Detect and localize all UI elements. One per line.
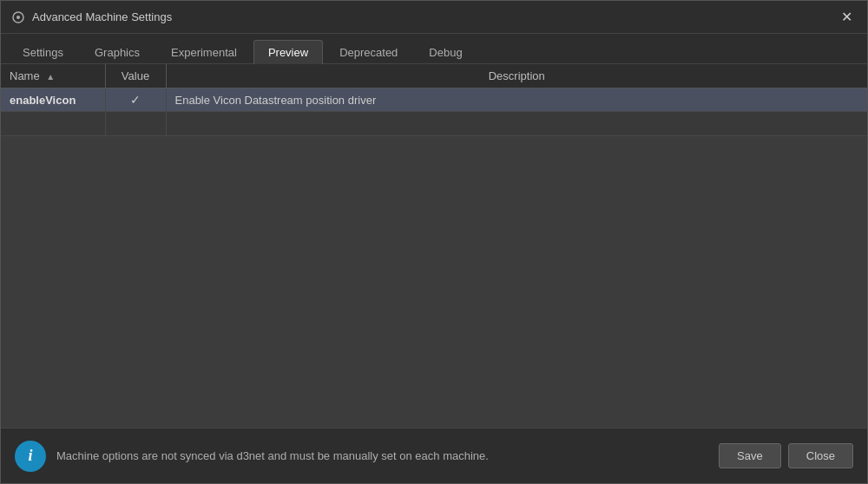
close-window-button[interactable]: ✕: [836, 7, 857, 28]
title-bar-left: Advanced Machine Settings: [11, 10, 172, 24]
empty-cell-value: [105, 112, 166, 136]
footer-buttons: Save Close: [719, 443, 853, 468]
save-button[interactable]: Save: [719, 443, 781, 468]
empty-cell-description: [166, 112, 867, 136]
column-header-description[interactable]: Description: [166, 64, 867, 88]
column-header-value[interactable]: Value: [105, 64, 166, 88]
settings-table: Name ▲ Value Description enableVicon ✓ E…: [1, 64, 867, 136]
window-title: Advanced Machine Settings: [32, 10, 172, 23]
footer-message: Machine options are not synced via d3net…: [56, 449, 489, 462]
checkbox-checked-icon: ✓: [130, 93, 141, 107]
title-bar: Advanced Machine Settings ✕: [1, 1, 867, 34]
tab-graphics[interactable]: Graphics: [80, 40, 155, 64]
table-header-row: Name ▲ Value Description: [1, 64, 867, 88]
footer: i Machine options are not synced via d3n…: [1, 428, 867, 483]
window-icon: [11, 10, 25, 24]
info-icon: i: [15, 441, 46, 472]
sort-icon: ▲: [46, 72, 55, 82]
table-container: Name ▲ Value Description enableVicon ✓ E…: [1, 64, 867, 428]
column-header-name[interactable]: Name ▲: [1, 64, 105, 88]
tab-preview[interactable]: Preview: [253, 40, 323, 64]
footer-left: i Machine options are not synced via d3n…: [15, 441, 489, 472]
close-button[interactable]: Close: [788, 443, 853, 468]
content-area: Name ▲ Value Description enableVicon ✓ E…: [1, 64, 867, 428]
tab-debug[interactable]: Debug: [414, 40, 477, 64]
cell-description: Enable Vicon Datastream position driver: [166, 88, 867, 112]
empty-cell-name: [1, 112, 105, 136]
cell-name: enableVicon: [1, 88, 105, 112]
tab-deprecated[interactable]: Deprecated: [325, 40, 412, 64]
tab-experimental[interactable]: Experimental: [156, 40, 252, 64]
cell-value: ✓: [105, 88, 166, 112]
svg-point-1: [16, 16, 20, 19]
tab-bar: Settings Graphics Experimental Preview D…: [1, 34, 867, 64]
table-empty-row: [1, 112, 867, 136]
dialog-window: Advanced Machine Settings ✕ Settings Gra…: [0, 0, 868, 484]
table-row[interactable]: enableVicon ✓ Enable Vicon Datastream po…: [1, 88, 867, 112]
tab-settings[interactable]: Settings: [8, 40, 78, 64]
